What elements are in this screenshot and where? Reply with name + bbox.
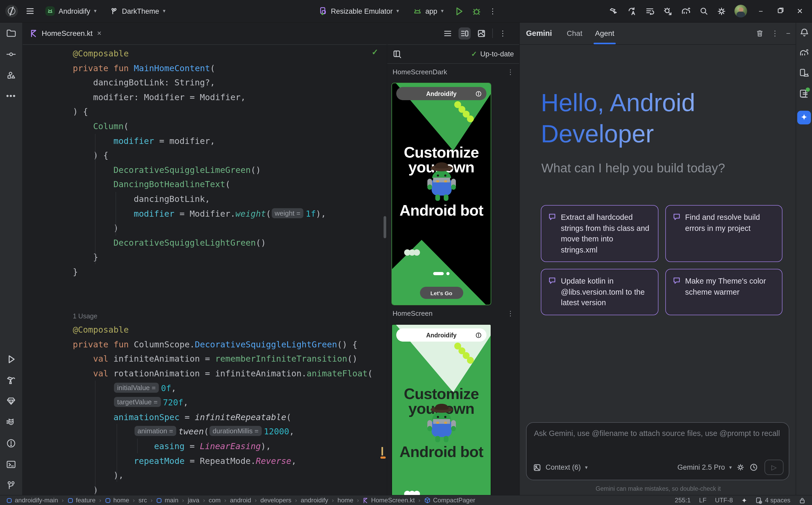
model-selector[interactable]: Gemini 2.5 Pro [678,463,725,471]
breadcrumb-item[interactable]: com [209,497,221,504]
code-line[interactable]: animation =tween(durationMillis =12000, [22,425,387,439]
code-line[interactable]: ) { [22,105,387,119]
code-line[interactable]: easing = LinearEasing), [22,439,387,454]
code-line[interactable]: modifier: Modifier = Modifier, [22,90,387,105]
file-lock-icon[interactable] [799,497,806,504]
code-line[interactable]: modifier = modifier, [22,134,387,148]
inspections-ok-icon[interactable]: ✓ [372,47,378,57]
window-minimize-button[interactable]: − [755,7,767,15]
preview-options-icon[interactable]: ⋮ [507,309,514,317]
commit-tool-icon[interactable] [6,49,16,59]
logcat-tool-icon[interactable] [6,417,16,428]
breadcrumb-item[interactable]: feature [67,497,96,504]
breadcrumb-item[interactable]: HomeScreen.kt [363,497,415,504]
info-icon[interactable] [475,91,482,97]
gradle-tool-icon[interactable] [799,47,809,58]
gemini-tool-icon[interactable] [797,111,811,124]
panel-options-icon[interactable]: ⋮ [771,29,779,37]
info-icon[interactable] [475,332,482,338]
code-line[interactable]: DecorativeSquiggleLimeGreen() [22,163,387,177]
code-line[interactable]: ) [22,221,387,235]
breadcrumb-item[interactable]: src [138,497,147,504]
code-line[interactable]: @Composable [22,46,387,61]
breadcrumb-item[interactable]: androidify [301,497,328,504]
run-config-selector[interactable]: app ▾ [410,4,447,18]
window-close-button[interactable]: ✕ [794,7,806,15]
terminal-tool-icon[interactable] [6,459,16,470]
resource-manager-icon[interactable] [6,70,16,80]
gemini-suggestion-card[interactable]: Update kotlin in @libs.version.toml to t… [541,269,658,315]
send-button[interactable]: ▷ [765,460,784,475]
running-devices-icon[interactable] [799,89,809,101]
split-view-icon[interactable] [459,27,471,39]
device-manager-icon[interactable] [799,68,809,78]
line-ending[interactable]: LF [699,497,706,504]
code-line[interactable] [22,294,387,308]
code-content[interactable]: @Composableprivate fun MainHomeContent(d… [22,44,387,496]
branch-selector[interactable]: DarkTheme ▾ [107,5,168,17]
code-line[interactable]: Column( [22,119,387,134]
file-encoding[interactable]: UTF-8 [715,497,733,504]
context-chip[interactable]: Context (6) [546,463,581,471]
code-line[interactable]: DancingBotHeadlineText( [22,177,387,192]
more-tool-windows-icon[interactable]: ••• [6,91,16,100]
design-view-icon[interactable] [477,29,486,38]
preview-homescreen[interactable]: Androidify Customize your own [391,324,491,496]
debug-button[interactable] [472,6,482,16]
project-tool-icon[interactable] [6,28,16,38]
code-editor[interactable]: @Composableprivate fun MainHomeContent(d… [22,44,387,496]
sync-project-icon[interactable] [627,6,637,16]
gemini-suggestion-card[interactable]: Extract all hardcoded strings from this … [541,205,658,262]
notifications-bell-icon[interactable] [799,27,809,37]
caret-position[interactable]: 255:1 [675,497,691,504]
breadcrumb-item[interactable]: home [337,497,353,504]
code-line[interactable]: 1 Usage [22,308,387,323]
close-tab-icon[interactable]: ✕ [97,30,102,37]
run-button[interactable] [454,6,464,16]
attach-context-icon[interactable] [533,463,541,472]
version-control-icon[interactable] [6,480,16,491]
problems-tool-icon[interactable] [6,438,16,449]
attach-debugger-icon[interactable] [663,6,673,16]
breadcrumb-item[interactable]: home [105,497,129,504]
code-line[interactable]: val rotationAnimation = infiniteAnimatio… [22,366,387,381]
code-line[interactable] [22,279,387,294]
build-icon[interactable] [609,6,619,16]
build-variants-icon[interactable] [645,6,655,16]
editor-scrollbar[interactable] [383,216,386,238]
code-line[interactable]: ), [22,468,387,483]
code-line[interactable]: modifier = Modifier.weight(weight =1f), [22,206,387,221]
project-selector[interactable]: Androidify ▾ [42,4,100,18]
tab-homescreen-kt[interactable]: HomeScreen.kt ✕ [22,22,109,44]
breadcrumb-item[interactable]: android [230,497,251,504]
lets-go-button[interactable]: Let's Go [420,287,463,299]
history-icon[interactable] [749,463,758,472]
breadcrumb-item[interactable]: CompactPager [424,497,475,504]
user-avatar[interactable] [734,5,747,17]
gemini-suggestion-card[interactable]: Make my Theme's color scheme warmer [665,269,783,315]
more-actions-icon[interactable]: ⋮ [489,7,496,15]
code-line[interactable]: @Composable [22,323,387,337]
gemini-prompt-input[interactable]: Ask Gemini, use @filename to attach sour… [526,422,789,480]
prompt-settings-icon[interactable] [736,463,745,472]
hide-panel-icon[interactable]: − [786,29,790,37]
gemini-suggestion-card[interactable]: Find and resolve build errors in my proj… [665,205,783,262]
ai-sparkle-icon[interactable]: ✦ [741,496,747,504]
code-line[interactable]: DecorativeSquiggleLightGreen() [22,235,387,250]
run-tool-icon[interactable] [6,354,16,364]
clear-chat-icon[interactable] [756,29,764,37]
build-tool-icon[interactable] [6,375,16,385]
code-line[interactable]: val infiniteAnimation = rememberInfinite… [22,352,387,366]
code-line[interactable]: ) [22,483,387,496]
code-line[interactable]: initialValue =0f, [22,381,387,395]
code-line[interactable]: } [22,250,387,265]
settings-gear-icon[interactable] [716,6,726,16]
editor-options-icon[interactable]: ⋮ [499,29,506,37]
breadcrumb-item[interactable]: main [156,497,178,504]
breadcrumb-item[interactable]: androidify-main [6,497,58,504]
code-line[interactable]: animationSpec = infiniteRepeatable( [22,410,387,425]
gemini-tab-agent[interactable]: Agent [589,22,620,44]
code-line[interactable]: repeatMode = RepeatMode.Reverse, [22,454,387,468]
window-restore-button[interactable] [775,7,786,15]
code-line[interactable]: private fun ColumnScope.DecorativeSquigg… [22,337,387,352]
